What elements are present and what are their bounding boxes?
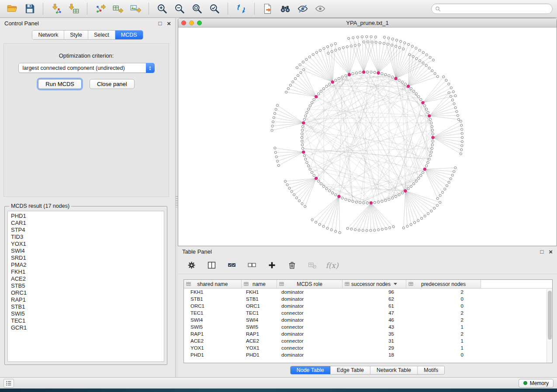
search-icon (435, 6, 441, 12)
column-sort-icon (279, 282, 284, 288)
close-panel-button[interactable]: Close panel (90, 79, 135, 89)
search-input[interactable] (443, 6, 549, 12)
delete-row-button[interactable] (286, 260, 298, 271)
mcds-result-item[interactable]: FKH1 (8, 268, 164, 275)
mcds-result-item[interactable]: YOX1 (8, 241, 164, 248)
scrollbar-thumb[interactable] (548, 291, 552, 340)
table-row[interactable]: RAP1RAP1dominator352 (184, 330, 552, 337)
style-preview-button[interactable] (295, 2, 311, 16)
mcds-result-list[interactable]: PHD1CAR1STP4TID3YOX1SWI4SRD1PMA2FKH1ACE2… (7, 211, 164, 362)
mcds-result-item[interactable]: SWI5 (8, 310, 164, 317)
tab-edge-table[interactable]: Edge Table (331, 366, 370, 374)
refresh-layout-button[interactable] (233, 2, 249, 16)
zoom-out-button[interactable] (172, 2, 187, 16)
table-scrollbar[interactable] (547, 289, 552, 363)
column-header-predecessor-nodes[interactable]: predecessor nodes (406, 280, 481, 288)
gear-icon (187, 261, 196, 270)
export-document-button[interactable] (260, 2, 276, 16)
mcds-result-item[interactable]: TID3 (8, 234, 164, 241)
mcds-result-item[interactable]: CAR1 (8, 220, 164, 227)
memory-button[interactable]: Memory (519, 379, 554, 388)
export-image-button[interactable] (128, 2, 143, 16)
table-row[interactable]: FKH1FKH1dominator962 (184, 289, 552, 296)
deselect-all-button[interactable] (246, 260, 257, 271)
zoom-fit-button[interactable] (189, 2, 205, 16)
node-table-body: FKH1FKH1dominator962STB1STB1dominator620… (184, 289, 552, 358)
save-session-button[interactable] (22, 2, 38, 16)
table-row[interactable]: ACE2ACE2connector311 (184, 337, 552, 344)
zoom-selected-icon (209, 3, 220, 14)
search-box[interactable] (431, 3, 553, 14)
column-header-filler (481, 280, 552, 288)
mcds-result-item[interactable]: PMA2 (8, 261, 164, 268)
column-header-MCDS-role[interactable]: MCDS role (277, 280, 343, 288)
zoom-selected-button[interactable] (207, 2, 222, 16)
network-graph[interactable] (178, 28, 557, 246)
toolbar-divider (254, 3, 255, 15)
table-cell: YOX1 (242, 345, 277, 351)
tab-style[interactable]: Style (64, 31, 88, 39)
zoom-in-button[interactable] (154, 2, 170, 16)
memory-status-icon (523, 381, 527, 385)
table-row[interactable]: ORC1ORC1dominator610 (184, 303, 552, 309)
export-table-button[interactable] (110, 2, 126, 16)
tab-network[interactable]: Network (32, 31, 64, 39)
optimization-dropdown[interactable]: largest connected component (undirected)… (18, 63, 155, 73)
mcds-panel: Optimization criterion: largest connecte… (3, 43, 169, 197)
table-row[interactable]: PHD1PHD1dominator180 (184, 351, 552, 358)
mcds-result-item[interactable]: STP4 (8, 227, 164, 234)
column-header-successor-nodes[interactable]: successor nodes (343, 280, 406, 288)
column-layout-button[interactable] (206, 260, 217, 271)
mcds-result-item[interactable]: RAP1 (8, 296, 164, 303)
tab-motifs[interactable]: Motifs (418, 366, 444, 374)
table-row[interactable]: SWI4SWI4dominator462 (184, 316, 552, 323)
column-header-shared-name[interactable]: shared name (184, 280, 242, 288)
mcds-result-item[interactable]: STB1 (8, 303, 164, 310)
table-cell: 0 (406, 352, 481, 358)
mcds-result-item[interactable]: SRD1 (8, 254, 164, 261)
table-row[interactable]: SWI5SWI5connector431 (184, 323, 552, 330)
mcds-result-item[interactable]: ACE2 (8, 275, 164, 282)
open-file-button[interactable] (4, 2, 20, 16)
mcds-result-item[interactable]: ORC1 (8, 289, 164, 296)
export-network-button[interactable] (93, 2, 108, 16)
trash-icon (287, 261, 297, 270)
float-panel-icon[interactable]: □ (540, 249, 543, 254)
mcds-result-item[interactable]: PHD1 (8, 213, 164, 220)
table-cell: 96 (343, 289, 406, 295)
tab-mcds[interactable]: MCDS (115, 31, 143, 39)
search-network-button[interactable] (277, 2, 293, 16)
run-mcds-button[interactable]: Run MCDS (38, 79, 82, 89)
table-cell: PHD1 (184, 352, 242, 358)
table-cell: dominator (277, 289, 343, 295)
show-graphics-details-button[interactable] (312, 2, 328, 16)
mcds-result-item[interactable]: STB5 (8, 282, 164, 289)
add-row-button[interactable] (266, 260, 277, 271)
import-network-button[interactable] (48, 2, 64, 16)
table-settings-button[interactable] (186, 260, 197, 271)
task-history-button[interactable] (3, 379, 14, 388)
table-row[interactable]: TEC1TEC1connector472 (184, 309, 552, 316)
table-cell: connector (277, 338, 343, 344)
float-panel-icon[interactable]: □ (158, 21, 162, 26)
mcds-result-item[interactable]: SWI4 (8, 248, 164, 254)
table-cell: SWI4 (242, 317, 277, 323)
mcds-result-item[interactable]: TEC1 (8, 317, 164, 324)
network-canvas[interactable] (178, 28, 557, 246)
tab-node-table[interactable]: Node Table (291, 366, 331, 374)
table-cell: 46 (343, 317, 406, 323)
tab-select[interactable]: Select (88, 31, 115, 39)
columns-icon (207, 261, 216, 270)
import-table-button[interactable] (66, 2, 82, 16)
table-row[interactable]: YOX1YOX1connector291 (184, 344, 552, 351)
mcds-result-item[interactable]: GCR1 (8, 324, 164, 331)
table-cell: dominator (277, 352, 343, 358)
column-header-name[interactable]: name (242, 280, 277, 288)
tab-network-table[interactable]: Network Table (370, 366, 418, 374)
select-all-button[interactable] (226, 260, 237, 271)
table-row[interactable]: STB1STB1dominator620 (184, 296, 552, 303)
network-window: YPA_prune.txt_1 (178, 18, 557, 246)
close-panel-icon[interactable]: × (167, 21, 171, 26)
close-panel-icon[interactable]: × (549, 249, 553, 254)
dropdown-value: largest connected component (undirected) (19, 65, 125, 71)
